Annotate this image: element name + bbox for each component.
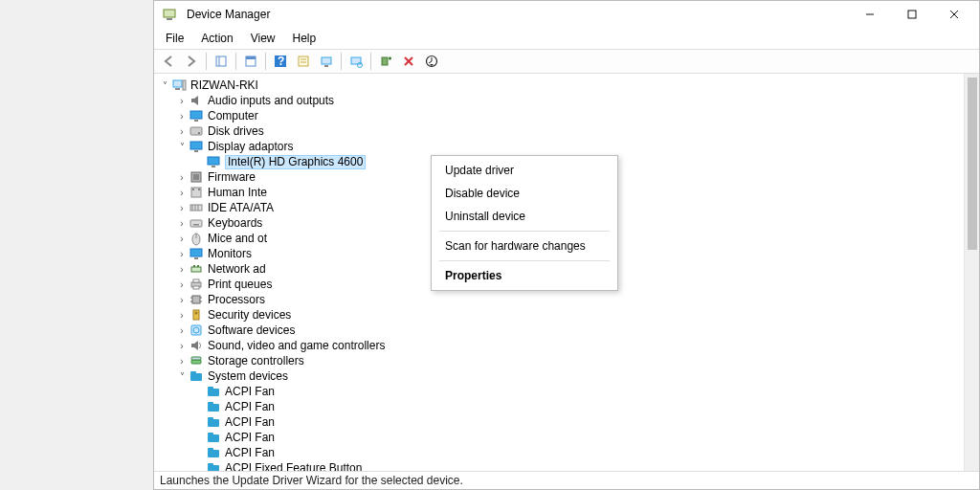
tree-child[interactable]: ACPI Fan	[158, 445, 964, 460]
properties-icon[interactable]	[293, 51, 314, 72]
expand-twisty[interactable]: ›	[175, 203, 189, 213]
scan-icon[interactable]	[345, 51, 367, 72]
context-menu[interactable]: Update driverDisable deviceUninstall dev…	[431, 155, 618, 291]
disk-icon	[189, 123, 204, 139]
folder-icon	[206, 414, 221, 430]
tree-node[interactable]: ›Storage controllers	[158, 353, 964, 368]
svg-rect-31	[194, 150, 198, 152]
storage-icon	[189, 353, 204, 368]
software-icon	[189, 323, 204, 338]
expand-twisty[interactable]: ›	[175, 96, 189, 106]
tree-node[interactable]: ›Processors	[158, 292, 964, 307]
expand-twisty[interactable]: ˅	[175, 371, 189, 382]
svg-rect-9	[246, 56, 256, 59]
tree-node[interactable]: ›Computer	[158, 108, 964, 123]
add-legacy-icon[interactable]	[375, 51, 396, 72]
show-hide-tree-icon[interactable]	[211, 51, 232, 72]
svg-rect-27	[194, 120, 198, 122]
remove-icon[interactable]	[398, 51, 419, 72]
tree-root[interactable]: ˅RIZWAN-RKI	[158, 78, 964, 93]
expand-twisty[interactable]: ›	[175, 356, 189, 367]
menu-help[interactable]: Help	[285, 30, 324, 47]
computer-icon	[189, 108, 204, 123]
close-button[interactable]	[933, 1, 975, 28]
separator	[265, 53, 266, 70]
expand-twisty[interactable]: ˅	[175, 142, 189, 152]
svg-rect-16	[324, 65, 328, 67]
tree-label: Print queues	[208, 278, 272, 291]
svg-rect-76	[208, 450, 219, 457]
update-icon[interactable]	[421, 51, 442, 72]
svg-rect-71	[208, 402, 213, 405]
expand-twisty[interactable]: ›	[175, 234, 189, 244]
audio-icon	[189, 93, 204, 108]
svg-rect-73	[208, 417, 213, 420]
expand-twisty[interactable]: ˅	[158, 80, 171, 91]
tree-label: Display adaptors	[208, 140, 293, 153]
svg-rect-23	[173, 80, 182, 87]
expand-twisty[interactable]: ›	[175, 295, 189, 305]
tree-node[interactable]: ›Security devices	[158, 307, 964, 323]
expand-twisty[interactable]: ›	[175, 172, 189, 183]
menu-file[interactable]: File	[158, 30, 191, 47]
properties-window-icon[interactable]	[240, 51, 261, 72]
expand-twisty[interactable]: ›	[175, 325, 189, 336]
tree-label: Storage controllers	[208, 354, 304, 368]
svg-rect-43	[190, 220, 202, 227]
tree-node[interactable]: ˅System devices	[158, 368, 964, 384]
svg-rect-79	[208, 463, 213, 466]
monitor-icon	[189, 246, 204, 261]
menu-view[interactable]: View	[243, 30, 283, 47]
tree-label: Computer	[208, 109, 258, 122]
tree-child[interactable]: ACPI Fan	[158, 399, 964, 414]
expand-twisty[interactable]: ›	[175, 126, 189, 137]
separator	[206, 53, 207, 70]
forward-icon[interactable]	[181, 51, 202, 72]
tree-label: IDE ATA/ATA	[208, 201, 274, 214]
refresh-icon[interactable]	[316, 51, 337, 72]
context-scan-for-hardware-changes[interactable]: Scan for hardware changes	[432, 234, 617, 257]
expand-twisty[interactable]: ›	[175, 264, 189, 275]
tree-child[interactable]: ACPI Fan	[158, 384, 964, 399]
svg-rect-15	[322, 57, 331, 64]
status-bar: Launches the Update Driver Wizard for th…	[154, 472, 979, 489]
tree-label: Keyboards	[208, 216, 262, 230]
back-icon[interactable]	[158, 51, 179, 72]
tree-node[interactable]: ›Audio inputs and outputs	[158, 93, 964, 108]
display-icon	[189, 139, 204, 154]
tree-label: Disk drives	[208, 124, 264, 138]
tree-node[interactable]: ›Software devices	[158, 323, 964, 338]
context-properties[interactable]: Properties	[432, 264, 617, 287]
tree-child[interactable]: ACPI Fan	[158, 414, 964, 430]
tree-child[interactable]: ACPI Fan	[158, 430, 964, 445]
expand-twisty[interactable]: ›	[175, 310, 189, 321]
expand-twisty[interactable]: ›	[175, 341, 189, 351]
tree-node[interactable]: ›Disk drives	[158, 123, 964, 139]
tree-child[interactable]: ACPI Fixed Feature Button	[158, 460, 964, 471]
svg-rect-19	[382, 57, 388, 65]
tree-node[interactable]: ˅Display adaptors	[158, 139, 964, 154]
minimize-button[interactable]	[849, 1, 891, 28]
context-uninstall-device[interactable]: Uninstall device	[432, 205, 617, 228]
maximize-button[interactable]	[891, 1, 933, 28]
separator	[370, 53, 371, 70]
vertical-scrollbar[interactable]	[964, 74, 979, 471]
folder-icon	[206, 460, 221, 471]
tree-label: Software devices	[208, 323, 295, 337]
scroll-thumb[interactable]	[968, 78, 977, 250]
context-update-driver[interactable]: Update driver	[432, 159, 617, 182]
expand-twisty[interactable]: ›	[175, 218, 189, 229]
menu-action[interactable]: Action	[193, 30, 240, 47]
help-icon[interactable]: ?	[270, 51, 291, 72]
expand-twisty[interactable]: ›	[175, 111, 189, 122]
expand-twisty[interactable]: ›	[175, 188, 189, 198]
tree-label: Sound, video and game controllers	[208, 339, 385, 352]
tree-node[interactable]: ›Sound, video and game controllers	[158, 338, 964, 353]
svg-rect-74	[208, 434, 219, 442]
tree-label: Audio inputs and outputs	[208, 94, 334, 107]
svg-rect-12	[299, 56, 308, 66]
expand-twisty[interactable]: ›	[175, 249, 189, 259]
svg-rect-26	[190, 111, 202, 119]
context-disable-device[interactable]: Disable device	[432, 182, 617, 205]
expand-twisty[interactable]: ›	[175, 279, 189, 290]
